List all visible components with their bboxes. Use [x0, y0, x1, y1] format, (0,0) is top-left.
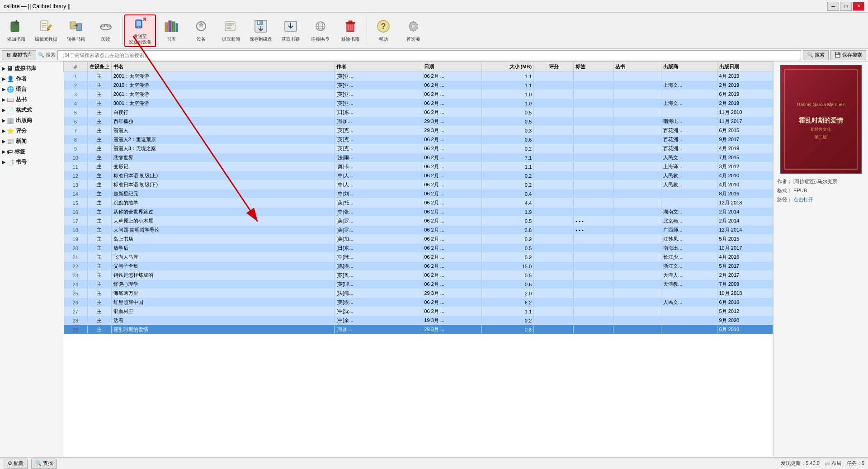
- table-row[interactable]: 29 主 霍乱时期的爱情 [哥加... 29 3月 ... 0.6 6月 201…: [64, 325, 773, 334]
- help-button[interactable]: ? 帮助: [369, 14, 398, 47]
- col-pubdate[interactable]: 出版日期: [717, 62, 773, 72]
- table-row[interactable]: 22 主 父与子全集 [德]埃... 06 2月 ... 15.0 浙江文...…: [64, 262, 773, 271]
- get-books-button[interactable]: 获取书籍: [276, 14, 305, 47]
- path-link[interactable]: 点击打开: [793, 197, 813, 202]
- find-button[interactable]: 🔍 查找: [31, 459, 57, 469]
- convert-button[interactable]: 转换书籍: [61, 14, 90, 47]
- table-row[interactable]: 28 主 活着 [中]余... 19 3月 ... 0.2 9月 2020: [64, 316, 773, 325]
- save-to-disk-button[interactable]: 保存到磁盘: [246, 14, 275, 47]
- cell-series: [613, 153, 661, 162]
- read-button[interactable]: 阅读: [91, 14, 120, 47]
- cell-series: [613, 226, 661, 235]
- sidebar-item-lang[interactable]: ▶ 🌐 语言: [0, 84, 63, 95]
- cell-num: 10: [64, 153, 88, 162]
- cell-publisher: 北京燕...: [661, 217, 717, 226]
- col-publisher[interactable]: 出版商: [661, 62, 717, 72]
- cell-date: 06 2月 ...: [422, 162, 482, 171]
- table-row[interactable]: 12 主 标准日本语 初级(上) [中]人... 06 2月 ... 0.2 人…: [64, 171, 773, 180]
- col-author[interactable]: 作者: [335, 62, 422, 72]
- table-row[interactable]: 5 主 白夜行 [日]东... 06 2月 ... 0.5 11月 2010: [64, 108, 773, 117]
- remove-books-button[interactable]: 移除书籍: [336, 14, 365, 47]
- cell-num: 14: [64, 189, 88, 199]
- table-row[interactable]: 23 主 钢铁是怎样炼成的 [苏]奥... 06 2月 ... 0.5 天津人.…: [64, 271, 773, 280]
- cell-series: [613, 244, 661, 253]
- sidebar-item-authors[interactable]: ▶ 👤 作者: [0, 74, 63, 84]
- cell-series: [613, 316, 661, 325]
- table-row[interactable]: 25 主 海底两万里 [法]儒... 29 3月 ... 2.0 10月 201…: [64, 289, 773, 298]
- table-row[interactable]: 14 主 超新星纪元 [中]刘... 06 2月 ... 0.4 8月 2016: [64, 189, 773, 199]
- table-row[interactable]: 11 主 变形记 [奥]卡... 06 2月 ... 1.1 上海译... 3月…: [64, 162, 773, 171]
- edit-metadata-button[interactable]: 编辑元数据: [32, 14, 61, 47]
- table-row[interactable]: 24 主 怪诞心理学 [英]理... 06 2月 ... 0.6 天津教... …: [64, 280, 773, 289]
- send-to-device-icon: [133, 16, 147, 33]
- book-table-container[interactable]: # 在设备上 ↑ 书名 作者 日期 大小 (MB) 评分 标签 丛书 出版商 出…: [63, 62, 773, 457]
- connect-share-button[interactable]: 连接/共享: [306, 14, 335, 47]
- col-rating[interactable]: 评分: [534, 62, 574, 72]
- sidebar-item-publisher[interactable]: ▶ 🏢 出版商: [0, 115, 63, 126]
- library-button[interactable]: 书库: [157, 14, 186, 47]
- virtual-library-button[interactable]: 🖥 虚拟书库: [2, 50, 36, 60]
- sidebar-item-news[interactable]: ▶ 📰 新闻: [0, 136, 63, 147]
- cell-tags: [574, 171, 613, 180]
- table-row[interactable]: 27 主 混血材王 [中]沈... 06 2月 ... 1.1 5月 2012: [64, 307, 773, 316]
- col-device[interactable]: 在设备上 ↑: [87, 62, 111, 72]
- fetch-news-button[interactable]: 抓取新闻: [217, 14, 245, 47]
- preferences-button[interactable]: 首选项: [399, 14, 428, 47]
- cell-num: 5: [64, 108, 88, 117]
- col-num[interactable]: #: [64, 62, 88, 72]
- table-row[interactable]: 21 主 飞向人马座 [中]球... 06 2月 ... 0.2 长江少... …: [64, 253, 773, 262]
- send-to-device-label: 发送至发送到设备: [129, 34, 151, 45]
- close-button[interactable]: ✕: [853, 2, 864, 11]
- sidebar-item-series[interactable]: ▶ 📖 丛书: [0, 95, 63, 105]
- sidebar-item-formats[interactable]: ▶ 📄 格式式: [0, 105, 63, 115]
- cell-rating: [534, 253, 574, 262]
- sidebar-item-virtual-lib[interactable]: ▶ 🖥 虚拟书库: [0, 63, 63, 74]
- col-size[interactable]: 大小 (MB): [482, 62, 534, 72]
- cell-rating: [534, 126, 574, 135]
- search-input[interactable]: [57, 50, 801, 60]
- content-area: # 在设备上 ↑ 书名 作者 日期 大小 (MB) 评分 标签 丛书 出版商 出…: [63, 62, 773, 457]
- sidebar-item-bookmarks[interactable]: ▶ 📑 书号: [0, 157, 63, 167]
- sidebar-item-tags[interactable]: ▶ 🏷 标签: [0, 147, 63, 157]
- table-row[interactable]: 7 主 漫漫人 [英]克... 29 3月 ... 0.3 百花洲... 6月 …: [64, 126, 773, 135]
- cell-date: 06 2月 ...: [422, 81, 482, 90]
- version-info: 发现更新：5.40.0: [781, 460, 820, 467]
- table-row[interactable]: 6 主 百年孤独 [哥加... 29 3月 ... 0.5 南海出... 11月…: [64, 117, 773, 126]
- table-row[interactable]: 3 主 2061：太空漫游 [英]亚... 06 2月 ... 1.0 6月 2…: [64, 90, 773, 99]
- svg-rect-17: [165, 23, 168, 32]
- add-book-button[interactable]: 添加书籍: [2, 14, 31, 47]
- table-row[interactable]: 18 主 大问题·简明哲学导论 [美]罗... 06 2月 ... 3.8 • …: [64, 226, 773, 235]
- search-button[interactable]: 🔍 搜索: [803, 50, 829, 60]
- table-row[interactable]: 4 主 3001：太空漫游 [英]亚... 06 2月 ... 1.0 上海文.…: [64, 99, 773, 108]
- col-series[interactable]: 丛书: [613, 62, 661, 72]
- table-row[interactable]: 1 主 2001：太空漫游 [英]亚... 06 2月 ... 1.1 4月 2…: [64, 72, 773, 81]
- config-button[interactable]: ⚙ 配置: [4, 459, 28, 469]
- table-row[interactable]: 10 主 悲惨世界 [法]雨... 06 2月 ... 7.1 人民文... 7…: [64, 153, 773, 162]
- cell-series: [613, 144, 661, 153]
- table-row[interactable]: 17 主 大草原上的小木屋 [美]罗... 06 2月 ... 0.5 • • …: [64, 217, 773, 226]
- device-button[interactable]: 设备: [187, 14, 216, 47]
- minimize-button[interactable]: ─: [827, 2, 839, 11]
- send-to-device-button[interactable]: 发送至发送到设备: [124, 14, 156, 47]
- author-label: 作者：: [777, 179, 792, 184]
- table-row[interactable]: 15 主 沉默的羔羊 [美]托... 06 2月 ... 4.4 12月 201…: [64, 199, 773, 208]
- table-row[interactable]: 19 主 岛上书店 [美]加... 06 2月 ... 0.2 江苏凤... 5…: [64, 235, 773, 244]
- cell-title: 变形记: [111, 162, 335, 171]
- table-row[interactable]: 26 主 红星照耀中国 [美]埃... 06 2月 ... 6.2 人民文...…: [64, 298, 773, 307]
- table-row[interactable]: 2 主 2010：太空漫游 [英]亚... 06 2月 ... 1.1 上海文.…: [64, 81, 773, 90]
- col-title[interactable]: 书名: [111, 62, 335, 72]
- col-tags[interactable]: 标签: [574, 62, 613, 72]
- table-row[interactable]: 13 主 标准日本语 初级(下) [中]人... 06 2月 ... 0.2 人…: [64, 180, 773, 189]
- cell-series: [613, 208, 661, 217]
- restore-button[interactable]: □: [840, 2, 852, 11]
- col-date[interactable]: 日期: [422, 62, 482, 72]
- table-row[interactable]: 9 主 漫漫人3：无境之案 [英]克... 06 2月 ... 0.2 百花洲.…: [64, 144, 773, 153]
- svg-rect-3: [41, 21, 48, 31]
- table-row[interactable]: 16 主 从你的全世界路过 [中]张... 06 2月 ... 1.9 湖南文.…: [64, 208, 773, 217]
- save-search-button[interactable]: 💾 保存搜索: [830, 50, 866, 60]
- table-row[interactable]: 20 主 放学后 [日]东... 06 2月 ... 0.5 南海出... 10…: [64, 244, 773, 253]
- book-format-row: 格式： EPUB: [777, 186, 864, 195]
- cell-size: 1.1: [482, 162, 534, 171]
- table-row[interactable]: 8 主 漫漫人2：重返荒原 [英]克... 06 2月 ... 0.6 百花洲.…: [64, 135, 773, 144]
- sidebar-item-rating[interactable]: ▶ ⭐ 评分: [0, 126, 63, 136]
